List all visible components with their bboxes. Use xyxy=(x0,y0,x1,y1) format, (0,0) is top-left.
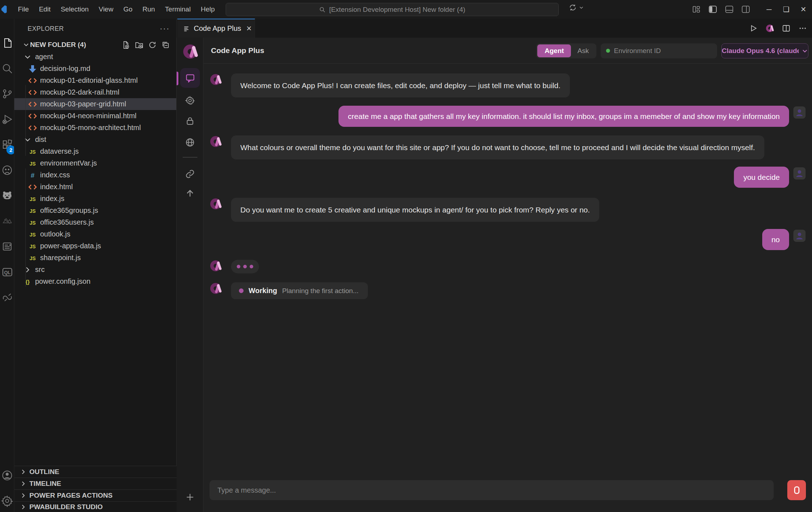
customize-layout-icon[interactable] xyxy=(692,6,700,13)
tab-code-app-plus[interactable]: Code App Plus ✕ xyxy=(177,19,255,38)
tree-item-label: decision-log.md xyxy=(40,64,90,73)
debug-restart-control[interactable] xyxy=(569,4,584,11)
menu-go[interactable]: Go xyxy=(118,3,137,16)
toggle-panel-icon[interactable] xyxy=(725,6,733,13)
tree-file-power.config.json[interactable]: {}power.config.json xyxy=(14,276,176,287)
explorer-icon xyxy=(1,37,13,49)
tree-item-label: dataverse.js xyxy=(40,147,79,155)
more-actions-icon[interactable] xyxy=(798,24,807,33)
tab-close-icon[interactable]: ✕ xyxy=(246,24,252,33)
tree-file-power-apps-data.js[interactable]: JSpower-apps-data.js xyxy=(14,240,176,252)
tree-folder-dist[interactable]: dist xyxy=(14,134,176,145)
menu-help[interactable]: Help xyxy=(196,3,220,16)
sql-tools-icon: QL xyxy=(1,266,13,278)
rail-globe-button[interactable] xyxy=(177,134,203,150)
menu-file[interactable]: File xyxy=(13,3,34,16)
activity-item-explorer[interactable] xyxy=(0,35,14,51)
svg-text:{}: {} xyxy=(25,279,30,285)
js-file-icon: JS xyxy=(28,230,37,239)
tree-folder-agent[interactable]: agent xyxy=(14,51,176,63)
tree-folder-src[interactable]: src xyxy=(14,264,176,276)
tree-file-dataverse.js[interactable]: JSdataverse.js xyxy=(14,145,176,157)
tree-file-office365users.js[interactable]: JSoffice365users.js xyxy=(14,216,176,228)
section-pwabuilder-studio[interactable]: PWABUILDER STUDIO xyxy=(14,501,177,512)
split-editor-icon[interactable] xyxy=(782,24,791,33)
activity-item-search[interactable] xyxy=(0,61,14,76)
user-avatar xyxy=(793,230,806,242)
globe-icon xyxy=(185,138,195,147)
tree-file-environmentVar.js[interactable]: JSenvironmentVar.js xyxy=(14,157,176,169)
toggle-primary-sidebar-icon[interactable] xyxy=(709,6,717,13)
activity-item-manage-settings[interactable] xyxy=(0,493,14,509)
tree-file-office365groups.js[interactable]: JSoffice365groups.js xyxy=(14,205,176,216)
section-timeline[interactable]: TIMELINE xyxy=(14,478,177,489)
tree-file-decision-log.md[interactable]: decision-log.md xyxy=(14,63,176,75)
restore-button[interactable]: ❏ xyxy=(778,0,795,19)
activity-item-github[interactable] xyxy=(0,162,14,178)
mode-agent-button[interactable]: Agent xyxy=(537,44,571,57)
stop-icon xyxy=(792,485,801,495)
menu-edit[interactable]: Edit xyxy=(34,3,56,16)
tab-label: Code App Plus xyxy=(194,24,241,33)
activity-item-power-platform[interactable] xyxy=(0,290,14,305)
menu-view[interactable]: View xyxy=(94,3,119,16)
tree-item-label: src xyxy=(35,265,45,274)
close-button[interactable]: ✕ xyxy=(795,0,812,19)
section-power-pages-actions[interactable]: POWER PAGES ACTIONS xyxy=(14,489,177,501)
tree-file-index.js[interactable]: JSindex.js xyxy=(14,193,176,205)
section-outline[interactable]: OUTLINE xyxy=(14,466,177,478)
menu-run[interactable]: Run xyxy=(138,3,160,16)
rail-add-button[interactable] xyxy=(177,490,203,504)
rail-chat-button[interactable] xyxy=(180,68,200,88)
tree-file-mockup-01-editorial-glass.html[interactable]: mockup-01-editorial-glass.html xyxy=(14,75,176,86)
run-preview-icon[interactable] xyxy=(749,24,758,33)
rail-settings-button[interactable] xyxy=(177,92,203,108)
activity-item-output-news[interactable] xyxy=(0,239,14,254)
code-app-plus-action-icon[interactable] xyxy=(765,24,774,33)
tree-file-outlook.js[interactable]: JSoutlook.js xyxy=(14,228,176,240)
activity-item-source-control[interactable] xyxy=(0,86,14,102)
minimize-button[interactable]: ─ xyxy=(760,0,778,19)
refresh-icon[interactable] xyxy=(148,41,157,49)
new-folder-icon[interactable] xyxy=(135,41,143,49)
rail-link-button[interactable] xyxy=(177,166,203,182)
rail-lock-button[interactable] xyxy=(177,113,203,129)
tree-file-sharepoint.js[interactable]: JSsharepoint.js xyxy=(14,252,176,264)
activity-item-sql-tools[interactable]: QL xyxy=(0,264,14,280)
menu-terminal[interactable]: Terminal xyxy=(160,3,196,16)
activity-item-run-and-debug[interactable] xyxy=(0,111,14,127)
indent-guide xyxy=(25,85,26,156)
rail-up-arrow-button[interactable] xyxy=(177,185,203,201)
model-selector-label: Claude Opus 4.6 (claude xyxy=(722,47,799,55)
tree-item-label: index.css xyxy=(40,171,70,179)
tree-item-label: power.config.json xyxy=(35,277,91,286)
tree-file-index.css[interactable]: #index.css xyxy=(14,169,176,181)
new-file-icon[interactable] xyxy=(122,41,130,49)
explorer-more-actions-button[interactable]: ··· xyxy=(160,24,170,33)
collapse-all-icon[interactable] xyxy=(162,41,170,49)
model-selector-dropdown[interactable]: Claude Opus 4.6 (claude xyxy=(721,43,808,58)
tree-file-mockup-03-paper-grid.html[interactable]: mockup-03-paper-grid.html xyxy=(14,98,176,110)
chat-message-input[interactable] xyxy=(210,480,774,500)
tree-file-mockup-05-mono-architect.html[interactable]: mockup-05-mono-architect.html xyxy=(14,122,176,134)
activity-item-dimmed-extension[interactable] xyxy=(0,213,14,229)
mode-ask-button[interactable]: Ask xyxy=(571,47,595,55)
environment-id-field[interactable]: Environment ID xyxy=(601,43,717,58)
tree-file-mockup-04-neon-minimal.html[interactable]: mockup-04-neon-minimal.html xyxy=(14,110,176,122)
activity-item-accounts[interactable] xyxy=(0,468,14,483)
toggle-secondary-sidebar-icon[interactable] xyxy=(742,6,750,13)
json-file-icon: {} xyxy=(23,277,32,286)
chevron-down-icon xyxy=(579,5,584,10)
chat-panel: Code App Plus Agent Ask Environment ID C… xyxy=(203,38,812,512)
tree-file-mockup-02-dark-rail.html[interactable]: mockup-02-dark-rail.html xyxy=(14,86,176,98)
menu-bar: FileEditSelectionViewGoRunTerminalHelp xyxy=(13,3,220,16)
activity-item-otter-extension[interactable] xyxy=(0,188,14,204)
svg-text:JS: JS xyxy=(29,196,35,202)
menu-selection[interactable]: Selection xyxy=(56,3,93,16)
command-center-search[interactable]: [Extension Development Host] New folder … xyxy=(226,3,559,16)
tree-file-index.html[interactable]: index.html xyxy=(14,181,176,193)
workspace-section-header[interactable]: NEW FOLDER (4) xyxy=(14,39,176,51)
run-and-debug-icon xyxy=(1,113,13,125)
environment-placeholder: Environment ID xyxy=(614,47,661,55)
stop-generation-button[interactable] xyxy=(787,480,806,500)
